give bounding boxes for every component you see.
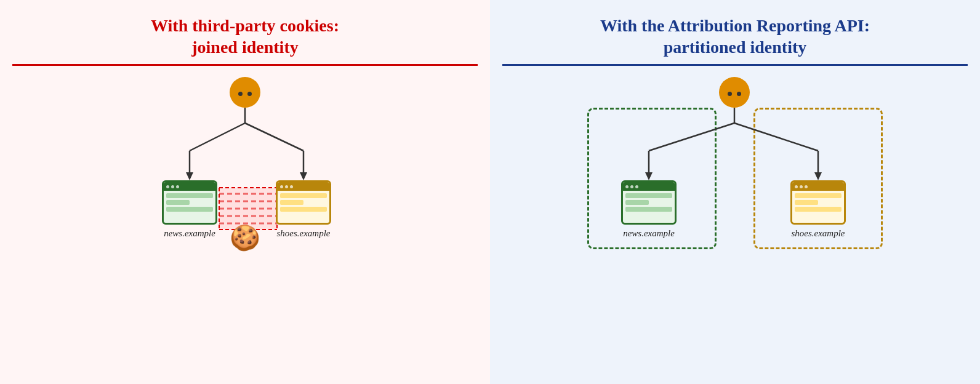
- browser-line: [280, 200, 303, 205]
- browser-line: [166, 207, 213, 212]
- browser-dot: [625, 185, 629, 188]
- browser-line: [625, 200, 649, 205]
- left-panel: With third-party cookies: joined identit…: [0, 0, 490, 384]
- browser-shoes-right: shoes.example: [790, 180, 846, 239]
- right-diagram: news.example shoes.example: [575, 77, 895, 274]
- svg-line-18: [649, 123, 734, 151]
- browser-dot: [795, 185, 798, 188]
- browser-news-right: news.example: [621, 180, 677, 239]
- browser-dot: [800, 185, 803, 188]
- svg-line-19: [734, 123, 818, 151]
- svg-marker-21: [645, 172, 653, 180]
- browser-line: [795, 200, 818, 205]
- browser-line: [166, 193, 213, 198]
- left-diagram: news.example shoes.example: [12, 77, 478, 372]
- browser-dot: [290, 185, 293, 188]
- browser-shoes-left: shoes.example: [276, 180, 331, 239]
- right-connections-svg: [575, 77, 895, 274]
- browser-dot: [630, 185, 633, 188]
- browser-line: [625, 193, 672, 198]
- news-label-left: news.example: [162, 228, 217, 239]
- browser-line: [166, 200, 190, 205]
- left-panel-title: With third-party cookies: joined identit…: [151, 15, 339, 58]
- browser-dot: [805, 185, 808, 188]
- browser-line: [280, 207, 327, 212]
- right-panel: With the Attribution Reporting API: part…: [490, 0, 980, 384]
- browser-line: [795, 207, 841, 212]
- news-label-right: news.example: [621, 228, 677, 239]
- shoes-label-left: shoes.example: [276, 228, 331, 239]
- browser-dot: [171, 185, 174, 188]
- right-panel-title: With the Attribution Reporting API: part…: [600, 15, 870, 58]
- right-divider: [502, 64, 968, 66]
- browser-line: [280, 193, 327, 198]
- browser-dot: [176, 185, 179, 188]
- cookie-icon: 🍪: [230, 223, 260, 252]
- browser-dot: [280, 185, 283, 188]
- shoes-label-right: shoes.example: [790, 228, 846, 239]
- svg-line-2: [245, 123, 303, 151]
- svg-marker-23: [814, 172, 822, 180]
- svg-marker-6: [300, 172, 307, 180]
- browser-dot: [635, 185, 638, 188]
- browser-dot: [166, 185, 169, 188]
- browser-line: [625, 207, 672, 212]
- browser-news-left: news.example: [162, 180, 217, 239]
- svg-marker-4: [186, 172, 193, 180]
- left-divider: [12, 64, 478, 66]
- svg-line-1: [190, 123, 245, 151]
- browser-line: [795, 193, 841, 198]
- browser-dot: [285, 185, 288, 188]
